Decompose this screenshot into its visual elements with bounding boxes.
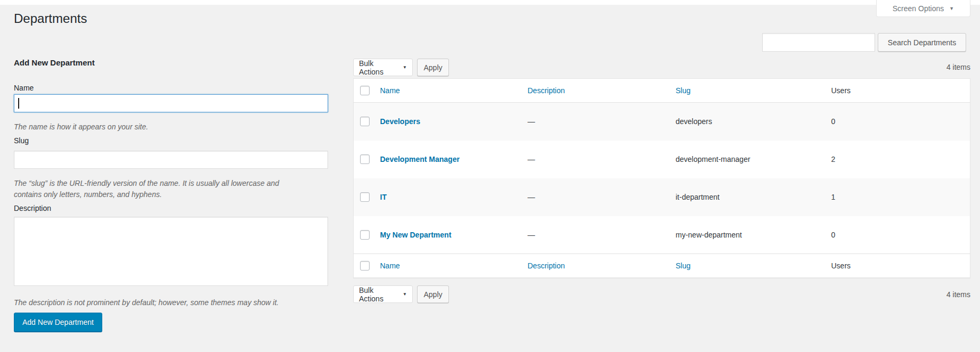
search-input[interactable] (762, 33, 875, 52)
column-users: Users (823, 79, 970, 103)
column-users: Users (823, 254, 970, 278)
add-form-heading: Add New Department (14, 58, 95, 67)
sort-column-name[interactable]: Name (380, 86, 400, 95)
department-users-count[interactable]: 0 (823, 216, 970, 254)
table-row: Developers — developers 0 (354, 103, 970, 141)
chevron-down-icon: ▼ (949, 6, 954, 11)
departments-table: Name Description Slug Users Developers —… (353, 78, 970, 278)
apply-button-bottom[interactable]: Apply (417, 285, 449, 303)
page-title: Departments (14, 11, 87, 26)
items-count-bottom: 4 items (946, 290, 970, 299)
slug-label: Slug (14, 136, 29, 145)
description-field[interactable] (14, 217, 328, 286)
sort-column-description[interactable]: Description (528, 261, 565, 270)
screen-options-toggle[interactable]: Screen Options ▼ (876, 0, 970, 17)
name-help: The name is how it appears on your site. (14, 121, 148, 133)
department-users-count[interactable]: 2 (823, 141, 970, 178)
row-checkbox[interactable] (360, 117, 370, 126)
sort-column-description[interactable]: Description (528, 86, 565, 95)
row-checkbox[interactable] (360, 192, 370, 202)
sort-column-name[interactable]: Name (380, 261, 400, 270)
department-name-link[interactable]: Development Manager (380, 155, 460, 163)
department-description: — (522, 216, 671, 254)
screen-options-label: Screen Options (893, 4, 944, 13)
row-checkbox[interactable] (360, 230, 370, 240)
table-header-row: Name Description Slug Users (354, 79, 970, 103)
department-slug: development-manager (671, 141, 823, 178)
sort-column-slug[interactable]: Slug (676, 86, 691, 95)
select-all-checkbox[interactable] (360, 261, 370, 271)
table-row: My New Department — my-new-department 0 (354, 216, 970, 254)
table-row: Development Manager — development-manage… (354, 141, 970, 178)
select-all-checkbox[interactable] (360, 86, 370, 95)
slug-help: The “slug” is the URL-friendly version o… (14, 178, 283, 200)
department-description: — (522, 103, 671, 141)
bulk-actions-select-bottom[interactable]: Bulk Actions ▼ (353, 285, 413, 303)
department-slug: my-new-department (671, 216, 823, 254)
department-name-link[interactable]: IT (380, 193, 387, 201)
name-label: Name (14, 84, 34, 92)
department-description: — (522, 141, 671, 178)
description-label: Description (14, 204, 51, 212)
bulk-actions-label: Bulk Actions (359, 286, 397, 303)
department-description: — (522, 178, 671, 216)
department-users-count[interactable]: 0 (823, 103, 970, 141)
chevron-down-icon: ▼ (403, 65, 407, 70)
apply-button-top[interactable]: Apply (417, 59, 449, 76)
department-name-link[interactable]: My New Department (380, 231, 452, 239)
text-caret (18, 98, 19, 109)
table-row: IT — it-department 1 (354, 178, 970, 216)
sort-column-slug[interactable]: Slug (676, 261, 691, 270)
table-footer-row: Name Description Slug Users (354, 254, 970, 278)
description-help: The description is not prominent by defa… (14, 297, 279, 308)
department-users-count[interactable]: 1 (823, 178, 970, 216)
slug-field[interactable] (14, 151, 328, 169)
top-strip (0, 0, 980, 5)
department-name-link[interactable]: Developers (380, 117, 420, 126)
row-checkbox[interactable] (360, 154, 370, 164)
name-field[interactable] (14, 94, 328, 112)
bulk-actions-label: Bulk Actions (359, 59, 397, 76)
chevron-down-icon: ▼ (403, 292, 407, 297)
add-new-department-button[interactable]: Add New Department (14, 313, 102, 332)
bulk-actions-select-top[interactable]: Bulk Actions ▼ (353, 59, 413, 76)
department-slug: developers (671, 103, 823, 141)
department-slug: it-department (671, 178, 823, 216)
search-departments-button[interactable]: Search Departments (878, 33, 966, 52)
items-count-top: 4 items (946, 63, 970, 71)
